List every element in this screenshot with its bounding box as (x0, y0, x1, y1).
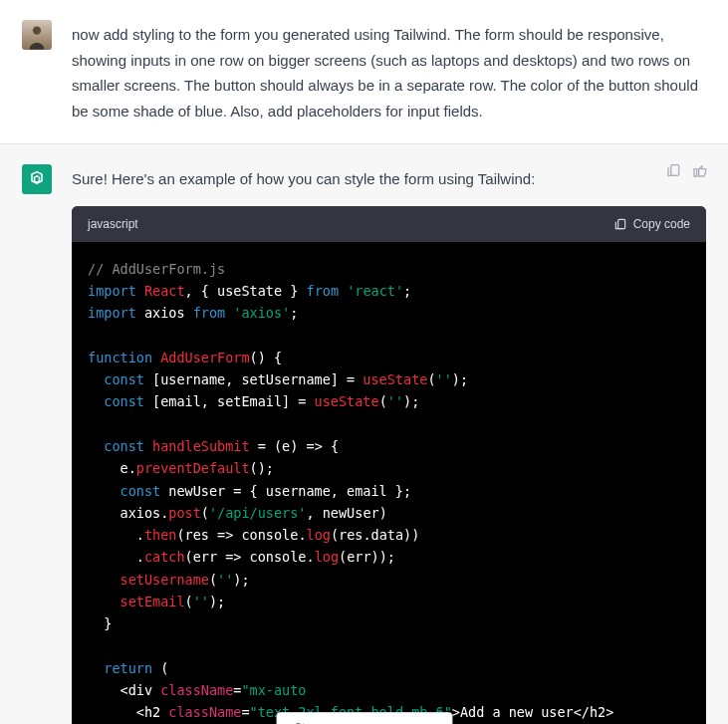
thumbs-up-icon[interactable] (692, 162, 708, 178)
chat-container: now add styling to the form you generate… (0, 0, 728, 724)
code-header: javascript Copy code (72, 206, 706, 242)
code-block: javascript Copy code // AddUserForm.js i… (72, 206, 706, 725)
ai-intro-text: Sure! Here's an example of how you can s… (72, 166, 706, 192)
ai-message-row: Sure! Here's an example of how you can s… (0, 144, 728, 724)
code-language-label: javascript (88, 214, 138, 234)
message-actions (666, 162, 708, 178)
svg-rect-2 (671, 165, 679, 176)
user-message-text: now add styling to the form you generate… (72, 20, 706, 123)
openai-icon (27, 169, 47, 189)
ai-avatar (22, 164, 52, 194)
user-avatar (22, 20, 52, 50)
svg-rect-1 (617, 219, 624, 228)
clipboard-icon[interactable] (666, 162, 682, 178)
ai-message-content: Sure! Here's an example of how you can s… (72, 164, 706, 724)
copy-code-button[interactable]: Copy code (613, 214, 690, 234)
copy-code-label: Copy code (633, 214, 690, 234)
regenerate-button[interactable]: Regenerate response (276, 712, 452, 724)
code-content[interactable]: // AddUserForm.js import React, { useSta… (72, 242, 706, 724)
svg-point-0 (33, 26, 41, 34)
clipboard-icon (613, 217, 627, 231)
user-message-row: now add styling to the form you generate… (0, 0, 728, 144)
person-icon (26, 24, 48, 50)
